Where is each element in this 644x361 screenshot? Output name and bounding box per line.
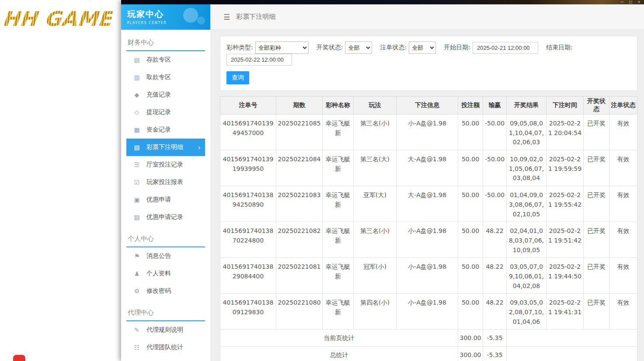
sidebar-item[interactable]: ⚙修改密码: [126, 282, 205, 300]
sidebar-item[interactable]: ▦资金记录: [126, 121, 205, 139]
sidebar-item[interactable]: ◆充值记录: [126, 86, 205, 104]
bet-status-label: 注单状态:: [380, 44, 407, 52]
sidebar-item[interactable]: ☷代理团队统计: [126, 339, 205, 356]
cell-draw-status: 已开奖: [584, 222, 609, 258]
minimize-icon[interactable]: —: [620, 0, 624, 4]
sidebar-item[interactable]: ⚑消息公告: [126, 247, 205, 265]
cell-bet-info: 大-A盘@1.98: [397, 150, 458, 186]
cell-win-loss: 48.22: [483, 294, 507, 330]
end-date-input[interactable]: [226, 54, 292, 66]
cell-draw-status: 已开奖: [584, 115, 609, 150]
bet-table: 注单号期数彩种名称玩法下注信息投注额输赢开奖结果下注时间开奖状态注单状态 401…: [220, 96, 637, 361]
cell-win-loss: -50.00: [483, 186, 507, 222]
cell-result: 03,05,07,09,10,06,01,04,02,08: [507, 258, 547, 294]
promo-apply-icon: ▣: [132, 196, 141, 203]
cell-result: 02,04,01,08,03,07,06,10,09,05: [507, 222, 547, 258]
desktop-background: HH GAME: [0, 0, 121, 361]
cell-bet-time: 2025-02-21 19:51:42: [547, 222, 584, 258]
deposit-icon: ▤: [132, 56, 141, 63]
bet-table-card: 注单号期数彩种名称玩法下注信息投注额输赢开奖结果下注时间开奖状态注单状态 401…: [220, 96, 637, 361]
column-header: 下注时间: [547, 97, 584, 115]
sidebar-item-label: 充值记录: [146, 91, 171, 99]
sidebar-item[interactable]: ✎代理规则说明: [126, 321, 205, 339]
cell-order-no: 401569174013919939950: [220, 150, 276, 186]
hall-bet-record-icon: ☰: [132, 161, 141, 168]
start-date-input[interactable]: [473, 42, 538, 54]
sidebar: 玩家中心 PLAYERS CENTER 财务中心▤存款专区▥取款专区◆充值记录◇…: [121, 4, 210, 361]
sidebar-item-label: 消息公告: [146, 252, 171, 260]
doc-icon: ✎: [132, 326, 141, 333]
cell-win-loss: 48.22: [483, 222, 507, 258]
cell-lottery: 幸运飞艇新: [323, 294, 354, 330]
cell-period: 20250221082: [276, 222, 323, 258]
sidebar-item[interactable]: ▣优惠申请: [126, 191, 205, 208]
chat-bubble-partial[interactable]: [13, 355, 25, 361]
cell-bet-status: 有效: [609, 150, 637, 186]
sidebar-item[interactable]: ♟个人资料: [126, 265, 205, 282]
cell-amount: 50.00: [458, 150, 483, 186]
cell-win-loss: -50.00: [483, 150, 507, 186]
cell-lottery: 幸运飞艇新: [323, 115, 354, 150]
column-header: 注单状态: [609, 97, 637, 115]
cell-bet-time: 2025-02-21 19:44:50: [547, 258, 584, 294]
table-row: 40156917401382908440020250221081幸运飞艇新冠军(…: [220, 258, 637, 294]
main-header: ☰ 彩票下注明细: [210, 4, 644, 30]
sidebar-section-title: 代理中心: [126, 305, 205, 321]
cell-period: 20250221084: [276, 150, 323, 186]
lottery-type-select[interactable]: 全部彩种: [255, 42, 309, 54]
column-header: 输赢: [483, 97, 507, 115]
bet-status-select[interactable]: 全部: [409, 42, 436, 54]
maximize-icon[interactable]: □: [629, 0, 633, 4]
query-button[interactable]: 查询: [226, 71, 249, 84]
table-row: 40156917401389425089020250221083幸运飞艇新亚军(…: [220, 186, 637, 222]
sidebar-section-title: 个人中心: [126, 231, 205, 247]
summary-win-loss: -5.35: [483, 347, 507, 361]
column-header: 开奖状态: [584, 97, 609, 115]
app-window: — □ × 玩家中心 PLAYERS CENTER 财务中心▤存款专区▥取款专区…: [121, 0, 644, 361]
recharge-record-icon: ◆: [132, 91, 141, 98]
window-titlebar: — □ ×: [121, 0, 644, 4]
summary-row: 总统计300.00-5.35: [220, 347, 637, 361]
team-stats-icon: ☷: [132, 344, 141, 351]
cell-period: 20250221080: [276, 294, 323, 330]
table-row: 40156917401387022480020250221082幸运飞艇新第三名…: [220, 222, 637, 258]
sidebar-item[interactable]: ▤存款专区: [126, 51, 205, 69]
cell-order-no: 401569174013809129830: [220, 294, 276, 330]
cell-play: 冠军(小): [354, 258, 397, 294]
sidebar-item[interactable]: ☑玩家投注报表: [126, 174, 205, 191]
column-header: 下注信息: [397, 97, 458, 115]
cell-order-no: 401569174013949457000: [220, 115, 276, 150]
summary-label: 总统计: [220, 347, 458, 361]
cell-play: 第三名(小): [354, 115, 397, 150]
cell-order-no: 401569174013894250890: [220, 186, 276, 222]
cell-win-loss: -50.00: [483, 115, 507, 150]
cell-play: 第三名(小): [354, 222, 397, 258]
sidebar-item[interactable]: ◇提现记录: [126, 104, 205, 121]
sidebar-item[interactable]: ▨优惠申请记录: [126, 208, 205, 226]
promo-apply-record-icon: ▨: [132, 214, 141, 221]
sidebar-item[interactable]: ☰厅室投注记录: [126, 156, 205, 174]
cell-amount: 50.00: [458, 222, 483, 258]
cell-bet-info: 小-A盘@1.98: [397, 222, 458, 258]
players-center-subtitle: PLAYERS CENTER: [127, 21, 210, 25]
sidebar-item-label: 优惠申请: [146, 196, 171, 204]
sidebar-item-label: 代理规则说明: [146, 326, 183, 334]
window-controls: — □ ×: [620, 0, 641, 4]
sidebar-item-label: 厅室投注记录: [146, 161, 183, 169]
column-header: 开奖结果: [507, 97, 547, 115]
gear-icon: ⚙: [132, 288, 141, 295]
draw-status-select[interactable]: 全部: [345, 42, 372, 54]
summary-empty: [507, 330, 637, 347]
cell-bet-time: 2025-02-21 19:41:31: [547, 294, 584, 330]
cell-bet-info: 小-A盘@1.98: [397, 294, 458, 330]
summary-amount: 300.00: [458, 330, 483, 347]
sidebar-item[interactable]: ▥取款专区: [126, 69, 205, 86]
cell-draw-status: 已开奖: [584, 150, 609, 186]
close-icon[interactable]: ×: [637, 0, 641, 4]
cell-lottery: 幸运飞艇新: [323, 186, 354, 222]
cell-bet-status: 有效: [609, 294, 637, 330]
cell-bet-status: 有效: [609, 258, 637, 294]
hamburger-menu-icon[interactable]: ☰: [223, 13, 230, 21]
cashout-record-icon: ◇: [132, 109, 141, 116]
sidebar-item[interactable]: ▧彩票下注明细›: [126, 139, 205, 156]
